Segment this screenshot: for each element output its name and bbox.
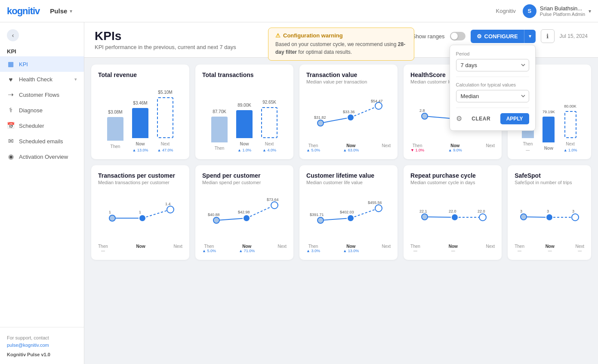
bar-next-txn-block — [261, 107, 277, 138]
label-now-ss: Now — — [546, 244, 555, 253]
user-section[interactable]: S Srian Bulathsin... Pulse Platform Admi… — [523, 4, 591, 18]
configure-button[interactable]: ⚙ CONFIGURE — [471, 30, 524, 43]
sidebar-header: ‹ — [0, 22, 84, 45]
sidebar-scheduledemails-label: Scheduled emails — [19, 138, 77, 145]
app-name: Pulse — [50, 7, 67, 15]
label-next-rpc: Next — [486, 244, 495, 253]
then-dot-spc — [213, 217, 219, 223]
configure-panel: Period 7 days 14 days 28 days 30 days Ca… — [450, 45, 536, 131]
kognitiv-label: Kognitiv — [496, 8, 516, 14]
config-warning: ⚠ Configuration warning Based on your cu… — [268, 28, 414, 61]
spc-chart: $40.88 $42.98 $73.64 — [202, 190, 287, 241]
next-dot — [375, 102, 382, 109]
tpc-labels: Then — Now Next — [98, 244, 182, 253]
period-select[interactable]: 7 days 14 days 28 days 30 days — [456, 59, 529, 71]
warning-icon: ⚠ — [275, 32, 281, 39]
total-revenue-chart: $3.08M Then $3.46M Now — [98, 84, 182, 152]
svg-line-25 — [425, 217, 455, 217]
card-transaction-value-subtitle: Median value per transaction — [306, 79, 391, 84]
healthscore-labels: Then ▼ 1.0% Now ▲ 9.0% Next — [410, 143, 495, 152]
config-warning-area: ⚠ Configuration warning Based on your cu… — [268, 28, 414, 61]
label-then-tpc: Then — — [98, 244, 108, 253]
user-chevron-icon: ▾ — [589, 8, 591, 14]
then-dot — [317, 120, 324, 126]
sidebar-kpi-label: KPI — [19, 61, 77, 68]
panel-divider — [456, 77, 529, 77]
next-dot-ss — [572, 214, 579, 221]
bar-next-c5-block — [564, 111, 576, 138]
card-transaction-value-title: Transaction value — [306, 71, 391, 78]
then-dot-ss — [521, 214, 527, 220]
sidebar-support: For support, contact pulse@kognitiv.com — [7, 334, 77, 349]
svg-text:22.0: 22.0 — [449, 209, 456, 213]
svg-text:1: 1 — [139, 210, 141, 214]
sidebar-item-scheduler[interactable]: 📅 Scheduler — [0, 118, 84, 133]
calc-select[interactable]: Median Mean — [456, 90, 529, 102]
app-chevron-icon: ▾ — [70, 8, 72, 14]
bar-next-block — [157, 97, 173, 138]
bar-then-txn-block — [211, 117, 228, 142]
calendar-icon: 📅 — [7, 122, 15, 130]
info-button[interactable]: ℹ — [541, 29, 555, 43]
warning-title: ⚠ Configuration warning — [275, 32, 407, 39]
total-revenue-bars: $3.08M Then $3.46M Now — [107, 101, 173, 152]
label-next-tv: Next — [382, 143, 391, 152]
sidebar-flows-label: Customer Flows — [19, 92, 77, 98]
user-info: Srian Bulathsin... Pulse Platform Admin — [540, 5, 585, 17]
card-clv: Customer lifetime value Median customer … — [299, 165, 398, 260]
label-next-clv: Next — [382, 244, 391, 253]
label-next-spc: Next — [278, 244, 287, 253]
card-transaction-value: Transaction value Median value per trans… — [299, 65, 398, 159]
sidebar-item-kpi[interactable]: ▦ KPI — [0, 56, 84, 72]
clear-button[interactable]: CLEAR — [472, 116, 490, 122]
card-total-revenue-title: Total revenue — [98, 71, 182, 78]
svg-text:$391.71: $391.71 — [310, 213, 324, 217]
label-now-hs: Now ▲ 9.0% — [448, 143, 462, 152]
apply-button[interactable]: APPLY — [500, 113, 529, 124]
label-now-tv: Now ▲ 63.0% — [343, 143, 359, 152]
show-ranges-toggle[interactable] — [450, 32, 465, 40]
app-label-area: Pulse ▾ — [50, 7, 72, 15]
warning-body: Based on your customer cycle, we recomme… — [275, 40, 407, 56]
avatar: S — [523, 4, 536, 18]
sidebar-toggle-button[interactable]: ‹ — [7, 29, 19, 41]
panel-actions: ⚙ CLEAR APPLY — [456, 113, 529, 124]
card-total-transactions-title: Total transactions — [202, 71, 287, 78]
label-next-hs: Next — [486, 143, 495, 152]
transaction-value-labels: Then ▲ 5.0% Now ▲ 63.0% Next — [306, 143, 391, 152]
card-total-revenue: Total revenue $3.08M Then — [91, 65, 189, 159]
sidebar-item-scheduled-emails[interactable]: ✉ Scheduled emails — [0, 133, 84, 149]
now-dot-ss — [546, 214, 553, 221]
email-icon: ✉ — [7, 137, 15, 145]
sidebar-item-health-check[interactable]: ♥ Health Check ▾ — [0, 72, 84, 87]
next-dot-clv — [375, 205, 382, 212]
card-spc-title: Spend per customer — [202, 172, 287, 179]
card-safespot-title: SafeSpot — [515, 172, 584, 179]
sidebar-item-diagnose[interactable]: ⚕ Diagnose — [0, 102, 84, 118]
content-header: KPIs KPI performance in the previous, cu… — [84, 22, 598, 58]
configure-gear-icon: ⚙ — [477, 33, 482, 40]
topbar: kognitiv Pulse ▾ Kognitiv S Srian Bulath… — [0, 0, 598, 22]
next-dot-tpc — [167, 206, 174, 213]
logo-text: kognitiv — [7, 6, 40, 17]
label-now-clv: Now ▲ 13.0% — [343, 244, 359, 253]
svg-line-15 — [216, 218, 247, 220]
sidebar-item-activation-overview[interactable]: ◉ Activation Overview — [0, 149, 84, 164]
support-email-link[interactable]: pulse@kognitiv.com — [7, 342, 49, 348]
user-role: Pulse Platform Admin — [540, 12, 585, 17]
panel-settings-icon[interactable]: ⚙ — [456, 114, 462, 123]
svg-text:$402.03: $402.03 — [340, 210, 354, 214]
svg-text:2.8: 2.8 — [419, 108, 425, 113]
svg-text:1: 1 — [109, 210, 111, 214]
sidebar-activation-label: Activation Overview — [19, 154, 77, 160]
now-dot — [347, 114, 354, 121]
date-badge: Jul 15, 2024 — [560, 33, 588, 39]
svg-text:22.1: 22.1 — [419, 209, 427, 213]
card-total-transactions: Total transactions 87.70K Then — [195, 65, 293, 159]
label-then-spc: Then ▲ 5.0% — [202, 244, 216, 253]
then-dot-rpc — [422, 214, 428, 220]
card-clv-title: Customer lifetime value — [306, 172, 391, 179]
configure-dropdown-button[interactable]: ▾ — [524, 30, 536, 43]
sidebar-item-customer-flows[interactable]: ⇢ Customer Flows — [0, 87, 84, 102]
label-now-rpc: Now — — [449, 244, 458, 253]
